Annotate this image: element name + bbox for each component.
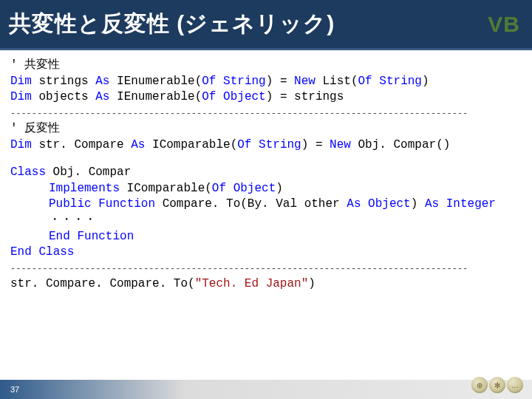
slide-header: 共変性と反変性 (ジェネリック) VB (0, 0, 532, 50)
language-badge: VB (488, 12, 520, 37)
code-line: Dim objects As IEnumerable(Of Object) = … (10, 89, 522, 106)
footer-logos: ⊕ ✻ … (471, 377, 523, 393)
code-line: Implements IComparable(Of Object) (10, 181, 522, 197)
code-line: End Class (10, 245, 522, 261)
page-number: 37 (10, 385, 19, 394)
separator-line: ----------------------------------------… (10, 261, 522, 276)
logo-icon: ✻ (489, 377, 505, 393)
code-line: ・・・・ (10, 213, 522, 229)
code-line: Dim str. Compare As IComparable(Of Strin… (10, 137, 522, 154)
code-line: Public Function Compare. To(By. Val othe… (10, 197, 522, 213)
code-line: ' 反変性 (10, 121, 522, 137)
slide-title: 共変性と反変性 (ジェネリック) (9, 9, 335, 39)
code-line: Class Obj. Compar (10, 165, 522, 181)
logo-icon: ⊕ (471, 377, 488, 393)
code-line: str. Compare. Compare. To("Tech. Ed Japa… (10, 276, 522, 293)
code-line: Dim strings As IEnumerable(Of String) = … (10, 74, 522, 90)
slide-footer: 37 (0, 380, 532, 399)
code-line: ' 共変性 (10, 58, 522, 74)
separator-line: ----------------------------------------… (10, 106, 522, 121)
code-line: End Function (10, 229, 522, 245)
code-block: ' 共変性 Dim strings As IEnumerable(Of Stri… (0, 50, 532, 293)
logo-icon: … (507, 377, 523, 393)
